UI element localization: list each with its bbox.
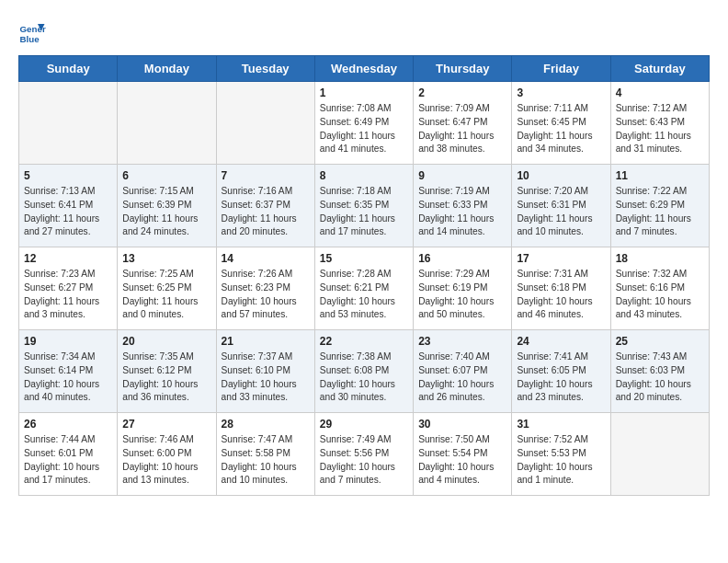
day-number: 10 (517, 169, 605, 182)
day-number: 3 (517, 86, 605, 99)
day-number: 5 (24, 169, 112, 182)
day-info: Sunrise: 7:44 AM Sunset: 6:01 PM Dayligh… (24, 433, 112, 488)
day-cell-23: 23Sunrise: 7:40 AM Sunset: 6:07 PM Dayli… (414, 330, 512, 413)
day-number: 9 (418, 169, 506, 182)
day-cell-25: 25Sunrise: 7:43 AM Sunset: 6:03 PM Dayli… (610, 330, 709, 413)
day-number: 6 (122, 169, 210, 182)
day-number: 21 (222, 335, 310, 348)
day-cell-empty (19, 82, 118, 165)
day-cell-10: 10Sunrise: 7:20 AM Sunset: 6:31 PM Dayli… (512, 165, 610, 247)
day-info: Sunrise: 7:46 AM Sunset: 6:00 PM Dayligh… (122, 433, 210, 488)
day-info: Sunrise: 7:12 AM Sunset: 6:43 PM Dayligh… (616, 102, 704, 156)
day-cell-21: 21Sunrise: 7:37 AM Sunset: 6:10 PM Dayli… (216, 330, 314, 413)
day-info: Sunrise: 7:22 AM Sunset: 6:29 PM Dayligh… (616, 185, 704, 239)
day-cell-5: 5Sunrise: 7:13 AM Sunset: 6:41 PM Daylig… (19, 165, 118, 247)
weekday-header-wednesday: Wednesday (314, 56, 413, 82)
day-cell-6: 6Sunrise: 7:15 AM Sunset: 6:39 PM Daylig… (118, 165, 216, 247)
weekday-header-thursday: Thursday (414, 56, 512, 82)
day-number: 18 (616, 252, 704, 265)
day-cell-9: 9Sunrise: 7:19 AM Sunset: 6:33 PM Daylig… (414, 165, 512, 247)
day-info: Sunrise: 7:11 AM Sunset: 6:45 PM Dayligh… (517, 102, 605, 156)
day-number: 24 (517, 335, 605, 348)
weekday-header-sunday: Sunday (19, 56, 118, 82)
day-number: 14 (222, 252, 310, 265)
day-number: 7 (222, 169, 310, 182)
day-cell-18: 18Sunrise: 7:32 AM Sunset: 6:16 PM Dayli… (610, 247, 709, 330)
day-info: Sunrise: 7:43 AM Sunset: 6:03 PM Dayligh… (616, 350, 704, 405)
calendar-row-4: 19Sunrise: 7:34 AM Sunset: 6:14 PM Dayli… (19, 330, 710, 413)
day-number: 15 (320, 252, 408, 265)
day-info: Sunrise: 7:34 AM Sunset: 6:14 PM Dayligh… (24, 350, 112, 405)
day-info: Sunrise: 7:26 AM Sunset: 6:23 PM Dayligh… (222, 268, 310, 322)
day-number: 28 (222, 418, 310, 431)
weekday-header-monday: Monday (118, 56, 216, 82)
day-cell-14: 14Sunrise: 7:26 AM Sunset: 6:23 PM Dayli… (216, 247, 314, 330)
day-cell-26: 26Sunrise: 7:44 AM Sunset: 6:01 PM Dayli… (19, 413, 118, 496)
day-number: 2 (418, 86, 506, 99)
day-info: Sunrise: 7:08 AM Sunset: 6:49 PM Dayligh… (320, 102, 408, 156)
day-info: Sunrise: 7:15 AM Sunset: 6:39 PM Dayligh… (122, 185, 210, 239)
day-cell-3: 3Sunrise: 7:11 AM Sunset: 6:45 PM Daylig… (512, 82, 610, 165)
day-number: 8 (320, 169, 408, 182)
day-info: Sunrise: 7:23 AM Sunset: 6:27 PM Dayligh… (24, 268, 112, 322)
day-cell-empty (216, 82, 314, 165)
day-cell-19: 19Sunrise: 7:34 AM Sunset: 6:14 PM Dayli… (19, 330, 118, 413)
day-info: Sunrise: 7:31 AM Sunset: 6:18 PM Dayligh… (517, 268, 605, 322)
calendar-row-5: 26Sunrise: 7:44 AM Sunset: 6:01 PM Dayli… (19, 413, 710, 496)
day-number: 17 (517, 252, 605, 265)
day-number: 27 (122, 418, 210, 431)
day-cell-2: 2Sunrise: 7:09 AM Sunset: 6:47 PM Daylig… (414, 82, 512, 165)
svg-text:Blue: Blue (20, 34, 40, 44)
day-cell-13: 13Sunrise: 7:25 AM Sunset: 6:25 PM Dayli… (118, 247, 216, 330)
day-info: Sunrise: 7:38 AM Sunset: 6:08 PM Dayligh… (320, 350, 408, 405)
logo: General Blue (18, 18, 46, 46)
day-number: 4 (616, 86, 704, 99)
day-number: 29 (320, 418, 408, 431)
day-cell-12: 12Sunrise: 7:23 AM Sunset: 6:27 PM Dayli… (19, 247, 118, 330)
day-number: 31 (517, 418, 605, 431)
day-info: Sunrise: 7:16 AM Sunset: 6:37 PM Dayligh… (222, 185, 310, 239)
day-number: 16 (418, 252, 506, 265)
day-cell-31: 31Sunrise: 7:52 AM Sunset: 5:53 PM Dayli… (512, 413, 610, 496)
day-number: 23 (418, 335, 506, 348)
day-cell-empty (610, 413, 709, 496)
calendar-table: SundayMondayTuesdayWednesdayThursdayFrid… (18, 55, 710, 496)
day-cell-20: 20Sunrise: 7:35 AM Sunset: 6:12 PM Dayli… (118, 330, 216, 413)
day-info: Sunrise: 7:35 AM Sunset: 6:12 PM Dayligh… (122, 350, 210, 405)
day-info: Sunrise: 7:41 AM Sunset: 6:05 PM Dayligh… (517, 350, 605, 405)
weekday-header-friday: Friday (512, 56, 610, 82)
day-cell-7: 7Sunrise: 7:16 AM Sunset: 6:37 PM Daylig… (216, 165, 314, 247)
day-number: 1 (320, 86, 408, 99)
day-info: Sunrise: 7:25 AM Sunset: 6:25 PM Dayligh… (122, 268, 210, 322)
day-info: Sunrise: 7:52 AM Sunset: 5:53 PM Dayligh… (517, 433, 605, 488)
day-info: Sunrise: 7:09 AM Sunset: 6:47 PM Dayligh… (418, 102, 506, 156)
day-cell-17: 17Sunrise: 7:31 AM Sunset: 6:18 PM Dayli… (512, 247, 610, 330)
day-number: 26 (24, 418, 112, 431)
day-cell-22: 22Sunrise: 7:38 AM Sunset: 6:08 PM Dayli… (314, 330, 413, 413)
day-info: Sunrise: 7:18 AM Sunset: 6:35 PM Dayligh… (320, 185, 408, 239)
day-number: 12 (24, 252, 112, 265)
day-info: Sunrise: 7:29 AM Sunset: 6:19 PM Dayligh… (418, 268, 506, 322)
page-header: General Blue (18, 18, 710, 46)
calendar-row-1: 1Sunrise: 7:08 AM Sunset: 6:49 PM Daylig… (19, 82, 710, 165)
day-cell-28: 28Sunrise: 7:47 AM Sunset: 5:58 PM Dayli… (216, 413, 314, 496)
day-number: 20 (122, 335, 210, 348)
day-cell-8: 8Sunrise: 7:18 AM Sunset: 6:35 PM Daylig… (314, 165, 413, 247)
day-info: Sunrise: 7:19 AM Sunset: 6:33 PM Dayligh… (418, 185, 506, 239)
day-number: 19 (24, 335, 112, 348)
day-cell-16: 16Sunrise: 7:29 AM Sunset: 6:19 PM Dayli… (414, 247, 512, 330)
weekday-header-tuesday: Tuesday (216, 56, 314, 82)
logo-icon: General Blue (18, 18, 46, 46)
day-cell-24: 24Sunrise: 7:41 AM Sunset: 6:05 PM Dayli… (512, 330, 610, 413)
day-cell-29: 29Sunrise: 7:49 AM Sunset: 5:56 PM Dayli… (314, 413, 413, 496)
day-number: 30 (418, 418, 506, 431)
day-cell-1: 1Sunrise: 7:08 AM Sunset: 6:49 PM Daylig… (314, 82, 413, 165)
header-row: SundayMondayTuesdayWednesdayThursdayFrid… (19, 56, 710, 82)
day-cell-empty (118, 82, 216, 165)
day-info: Sunrise: 7:32 AM Sunset: 6:16 PM Dayligh… (616, 268, 704, 322)
day-cell-30: 30Sunrise: 7:50 AM Sunset: 5:54 PM Dayli… (414, 413, 512, 496)
day-number: 22 (320, 335, 408, 348)
day-info: Sunrise: 7:50 AM Sunset: 5:54 PM Dayligh… (418, 433, 506, 488)
day-info: Sunrise: 7:20 AM Sunset: 6:31 PM Dayligh… (517, 185, 605, 239)
day-number: 25 (616, 335, 704, 348)
